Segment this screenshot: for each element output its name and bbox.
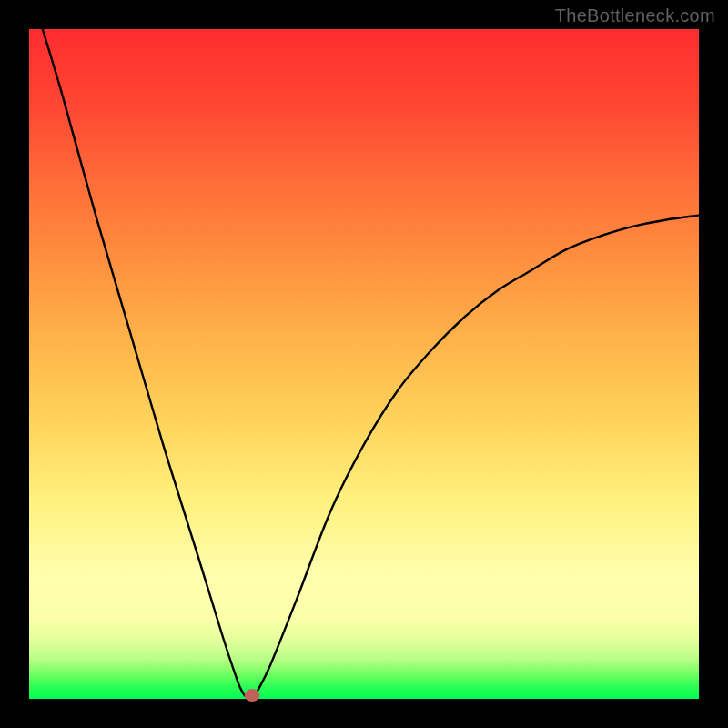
curve-left (43, 29, 245, 695)
plot-area (29, 29, 699, 699)
watermark-text: TheBottleneck.com (555, 5, 715, 26)
curve-right (257, 216, 699, 693)
chart-container: TheBottleneck.com (0, 0, 728, 728)
curve-svg (29, 29, 699, 699)
marker-dot (245, 689, 260, 702)
